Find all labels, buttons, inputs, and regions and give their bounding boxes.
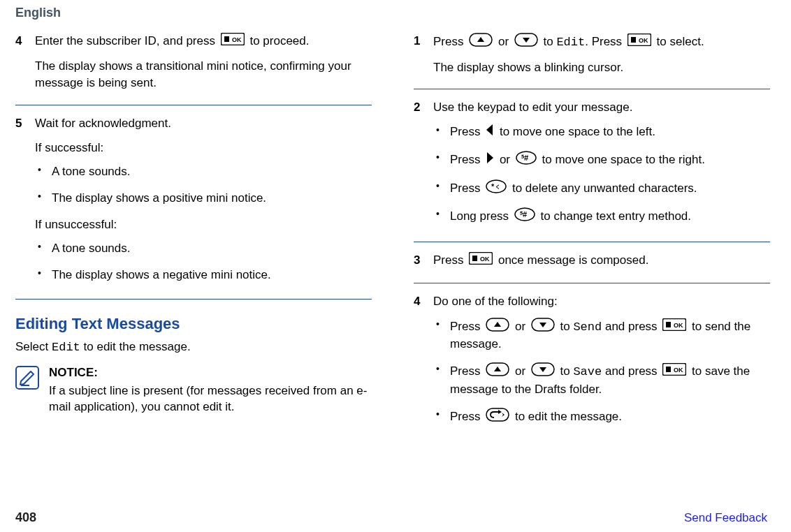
svg-rect-35 — [666, 367, 671, 372]
text: to change text entry method. — [541, 209, 691, 223]
left-arrow-icon — [486, 124, 494, 141]
down-button-icon — [531, 318, 555, 337]
right-arrow-icon — [486, 152, 494, 169]
text: . Press — [585, 35, 625, 48]
svg-text:OK: OK — [674, 322, 683, 329]
step-number: 4 — [414, 293, 423, 436]
text: to — [544, 35, 557, 48]
svg-rect-1 — [224, 36, 229, 42]
text: Press — [450, 153, 484, 166]
step-4b: 4 Do one of the following: Press or to S… — [414, 293, 770, 436]
text: Press — [450, 319, 484, 332]
text: Press — [433, 35, 467, 48]
step-1-line1: Press or to Edit. Press OK to select — [433, 33, 770, 52]
step-2: 2 Use the keypad to edit your message. P… — [414, 99, 770, 236]
hash-button-icon: ⁵# — [514, 207, 535, 226]
text: Press — [450, 364, 484, 378]
text: or — [498, 35, 512, 48]
step-4-line2: The display shows a transitional mini no… — [35, 58, 372, 92]
svg-marker-13 — [487, 152, 493, 163]
star-button-icon: *﹤ — [486, 179, 507, 198]
up-button-icon — [486, 318, 509, 337]
svg-text:OK: OK — [674, 367, 683, 374]
up-button-icon — [486, 362, 509, 381]
ok-button-icon: OK — [627, 34, 651, 52]
step-1: 1 Press or to Edit. Press OK — [414, 33, 770, 83]
right-column: 1 Press or to Edit. Press OK — [414, 33, 770, 441]
save-label: Save — [573, 365, 602, 378]
svg-marker-12 — [486, 124, 493, 135]
text: to proceed. — [249, 34, 309, 47]
svg-rect-21 — [472, 256, 477, 261]
text: to move one space to the left. — [496, 125, 655, 138]
bullet: Press to edit the message. — [433, 408, 770, 427]
up-button-icon — [469, 33, 493, 52]
text: to move one space to the right. — [542, 153, 704, 166]
svg-text:⁵#: ⁵# — [520, 210, 527, 219]
if-unsuccessful: If unsuccessful: — [35, 216, 372, 234]
step-4: 4 Enter the subscriber ID, and press OK … — [15, 33, 372, 99]
hash-button-icon: ⁵# — [516, 151, 537, 170]
bullet: A tone sounds. — [35, 240, 372, 257]
section-heading: Editing Text Messages — [15, 315, 372, 333]
back-button-icon — [486, 408, 509, 427]
notice-text: If a subject line is present (for messag… — [49, 384, 367, 414]
text: to — [560, 319, 574, 332]
bullet: Press *﹤ to delete any unwanted characte… — [433, 179, 770, 198]
send-label: Send — [573, 320, 602, 333]
step-number: 3 — [414, 252, 423, 277]
svg-text:OK: OK — [480, 256, 490, 263]
step-number: 5 — [15, 115, 25, 293]
text: to edit the message. — [80, 340, 191, 353]
svg-text:⁵#: ⁵# — [521, 154, 528, 162]
bullet: The display shows a positive mini notice… — [35, 190, 372, 207]
ok-button-icon: OK — [662, 363, 686, 380]
text: Press — [450, 125, 484, 138]
text: and press — [602, 319, 660, 332]
ok-button-icon: OK — [221, 33, 245, 51]
ok-button-icon: OK — [469, 252, 493, 270]
text: Select — [15, 340, 52, 353]
text: once message is composed. — [498, 254, 648, 267]
svg-text:*﹤: *﹤ — [491, 182, 502, 191]
send-feedback-link[interactable]: Send Feedback — [684, 511, 767, 525]
bullet: Press or to Send and press OK to send th… — [433, 318, 770, 353]
svg-rect-10 — [631, 37, 636, 43]
notice-block: NOTICE: If a subject line is present (fo… — [15, 364, 372, 415]
step-4b-line1: Do one of the following: — [433, 293, 770, 311]
ok-button-icon: OK — [662, 318, 686, 336]
bullet: Long press ⁵# to change text entry metho… — [433, 207, 770, 226]
step-3: 3 Press OK once message is composed. — [414, 252, 770, 277]
separator — [414, 89, 770, 89]
step-number: 1 — [414, 33, 423, 83]
bullet: A tone sounds. — [35, 163, 372, 180]
edit-label: Edit — [52, 341, 80, 354]
step-number: 2 — [414, 99, 423, 236]
separator — [414, 242, 770, 242]
separator — [15, 299, 372, 300]
step-3-line: Press OK once message is composed. — [433, 252, 770, 270]
notice-icon — [15, 366, 39, 415]
edit-label: Edit — [556, 36, 585, 49]
left-column: 4 Enter the subscriber ID, and press OK … — [15, 33, 372, 441]
intro-text: Select Edit to edit the message. — [15, 339, 372, 356]
separator — [414, 283, 770, 283]
text: to delete any unwanted characters. — [512, 182, 697, 195]
text: or — [515, 364, 529, 378]
text: Press — [450, 410, 484, 423]
language-header: English — [15, 6, 770, 20]
text: to edit the message. — [515, 410, 622, 423]
text: Press — [450, 182, 484, 195]
down-button-icon — [514, 33, 538, 52]
step-5: 5 Wait for acknowledgment. If successful… — [15, 115, 372, 293]
svg-text:OK: OK — [232, 36, 242, 43]
separator — [15, 105, 372, 105]
bullet: The display shows a negative mini notice… — [35, 267, 372, 283]
step-number: 4 — [15, 33, 25, 99]
step-1-line2: The display shows a blinking cursor. — [433, 59, 770, 77]
svg-rect-28 — [666, 322, 671, 327]
notice-title: NOTICE: — [49, 364, 372, 381]
page-number: 408 — [15, 510, 36, 525]
step-4-line1: Enter the subscriber ID, and press OK to… — [35, 33, 372, 51]
svg-text:OK: OK — [639, 37, 648, 44]
